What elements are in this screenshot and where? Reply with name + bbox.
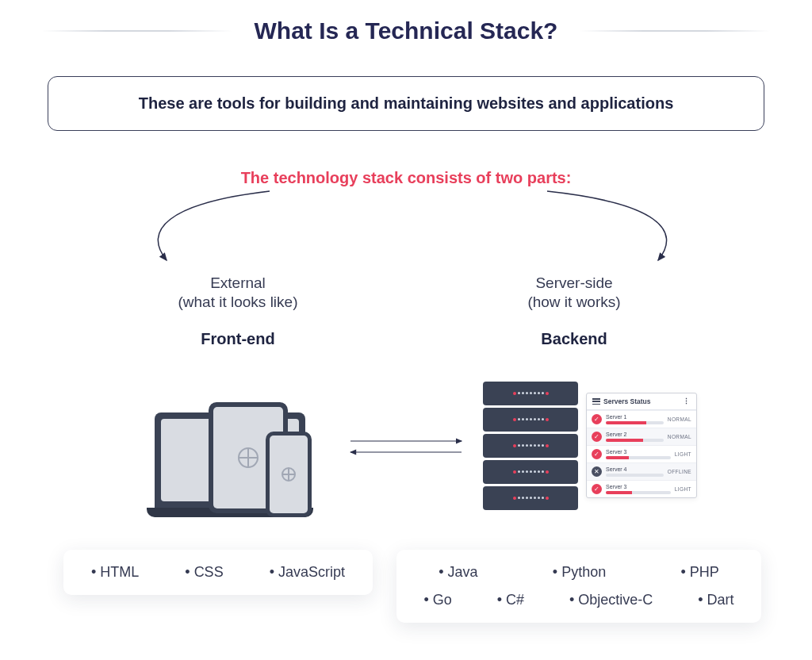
globe-icon [282,467,296,482]
decorative-rule-left [42,30,232,32]
decorative-rule-right [580,30,770,32]
server-status-tag: NORMAL [668,416,691,422]
frontend-tech-card: HTMLCSSJavaScript [63,550,373,595]
tech-chip: Objective-C [569,592,653,608]
backend-sub-line2: (how it works) [431,294,717,311]
server-status-panel: Servers Status ⋮ ✓Server 1NORMAL✓Server … [586,393,697,498]
server-status-row: ✕Server 4OFFLINE [587,462,696,480]
tech-chip: Go [423,592,451,608]
server-status-row: ✓Server 3LIGHT [587,480,696,497]
tech-chip: JavaScript [270,564,345,581]
illustration-row: Servers Status ⋮ ✓Server 1NORMAL✓Server … [0,348,812,523]
backend-column-header: Server-side (how it works) Backend [431,274,717,348]
globe-icon [238,447,259,468]
page-title: What Is a Technical Stack? [255,17,558,44]
backend-tech-list-2: GoC#Objective-CDart [417,592,741,608]
server-name: Server 2 [606,432,664,437]
more-icon: ⋮ [683,397,691,405]
server-status-row: ✓Server 1NORMAL [587,410,696,428]
server-status-tag: NORMAL [668,434,691,439]
backend-tech-list-1: JavaPythonPHP [417,564,741,581]
server-meter: Server 3 [606,484,671,494]
server-unit-icon [483,382,578,405]
backend-sub-line1: Server-side [431,274,717,292]
server-status-header: Servers Status ⋮ [587,393,696,410]
menu-icon [592,398,600,405]
server-status-row: ✓Server 3LIGHT [587,445,696,462]
title-row: What Is a Technical Stack? [0,17,812,44]
frontend-sub-line2: (what it looks like) [95,294,381,311]
check-icon: ✓ [592,414,602,424]
tech-chip: PHP [680,564,718,581]
description-text: These are tools for building and maintai… [139,94,674,112]
tech-chip: C# [497,592,524,608]
branch-columns: External (what it looks like) Front-end … [0,274,812,348]
frontend-illustration [147,374,329,517]
server-status-tag: LIGHT [675,451,691,457]
server-status-row: ✓Server 2NORMAL [587,428,696,445]
tech-chip: Java [439,564,477,581]
x-icon: ✕ [592,466,602,477]
server-name: Server 4 [606,466,664,472]
server-status-tag: LIGHT [675,486,691,492]
server-name: Server 1 [606,414,664,420]
server-unit-icon [483,460,578,484]
branch-arrow-svg [0,187,812,274]
frontend-column-header: External (what it looks like) Front-end [95,274,381,348]
server-name: Server 3 [606,484,671,489]
check-icon: ✓ [592,432,602,442]
server-status-title: Servers Status [603,397,651,405]
phone-icon [266,432,312,517]
server-unit-icon [483,486,578,510]
server-unit-icon [483,408,578,432]
tech-chip: Python [553,564,606,581]
check-icon: ✓ [592,449,602,459]
tech-chip: Dart [698,592,733,608]
server-meter: Server 4 [606,466,664,477]
tech-chip: HTML [91,564,139,581]
server-rack-icon [483,382,578,510]
backend-tech-card: JavaPythonPHP GoC#Objective-CDart [396,550,761,623]
subtitle: The technology stack consists of two par… [0,169,812,187]
tech-chip: CSS [185,564,223,581]
tech-chips-row: HTMLCSSJavaScript JavaPythonPHP GoC#Obje… [0,523,812,623]
server-name: Server 3 [606,449,671,455]
frontend-tech-list: HTMLCSSJavaScript [84,564,352,581]
frontend-sub-line1: External [95,274,381,292]
server-status-tag: OFFLINE [668,469,691,474]
backend-illustration: Servers Status ⋮ ✓Server 1NORMAL✓Server … [483,370,721,521]
frontend-heading: Front-end [95,330,381,348]
server-meter: Server 2 [606,432,664,442]
branch-arrows [0,187,812,274]
server-meter: Server 1 [606,414,664,424]
check-icon: ✓ [592,484,602,494]
backend-heading: Backend [431,330,717,348]
server-unit-icon [483,434,578,458]
server-meter: Server 3 [606,449,671,459]
bidirectional-arrows-icon [329,430,483,462]
description-box: These are tools for building and maintai… [48,76,764,131]
